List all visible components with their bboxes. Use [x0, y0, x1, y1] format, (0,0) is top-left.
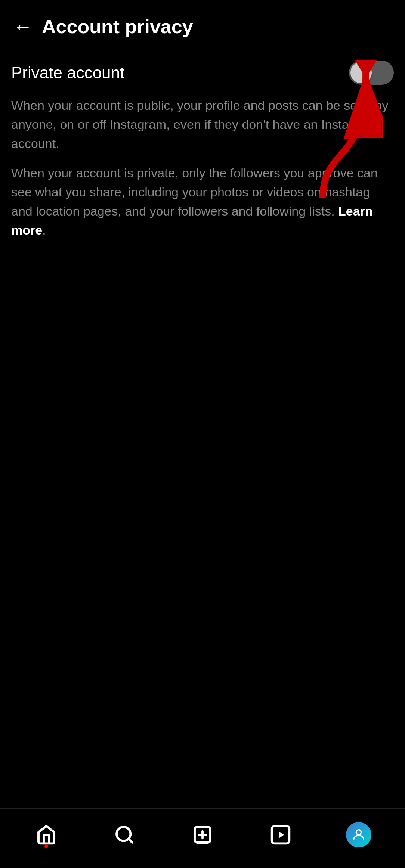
description-private: When your account is private, only the f…	[11, 164, 394, 240]
nav-item-search[interactable]	[86, 824, 164, 845]
home-icon	[36, 824, 57, 845]
description-public: When your account is public, your profil…	[11, 96, 394, 153]
home-notification-dot	[44, 844, 48, 848]
svg-marker-8	[279, 831, 284, 838]
toggle-thumb	[350, 62, 372, 83]
back-button[interactable]: ←	[11, 15, 34, 38]
create-icon	[192, 824, 213, 845]
svg-point-9	[356, 830, 361, 834]
profile-avatar	[346, 822, 371, 847]
private-account-toggle[interactable]	[349, 61, 394, 85]
nav-item-create[interactable]	[164, 824, 242, 845]
nav-item-profile[interactable]	[319, 822, 398, 847]
reels-icon	[270, 824, 291, 845]
svg-line-3	[129, 838, 132, 842]
private-account-label: Private account	[11, 63, 124, 82]
nav-item-reels[interactable]	[241, 824, 319, 845]
bottom-nav	[0, 808, 405, 868]
page-title: Account privacy	[42, 15, 193, 38]
header: ← Account privacy	[0, 0, 405, 49]
nav-item-home[interactable]	[7, 824, 86, 845]
content-area: Private account When your account is pub…	[0, 49, 405, 240]
toggle-track	[349, 61, 394, 85]
back-arrow-icon: ←	[13, 17, 33, 36]
private-account-row: Private account	[11, 61, 394, 85]
search-icon	[114, 824, 135, 845]
